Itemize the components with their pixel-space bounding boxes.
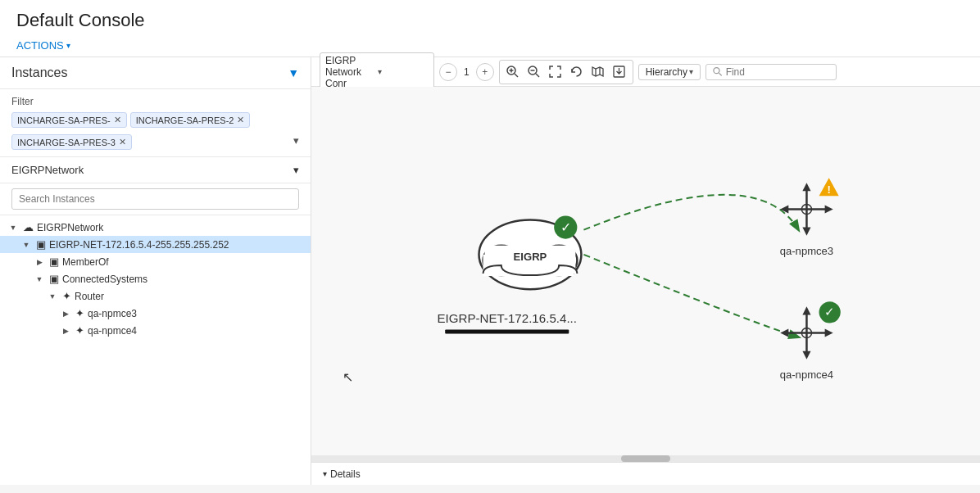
- page-controls: − 1 +: [439, 63, 494, 81]
- find-input[interactable]: [726, 66, 829, 78]
- svg-text:✓: ✓: [560, 219, 571, 234]
- filter-tags: INCHARGE-SA-PRES- ✕ INCHARGE-SA-PRES-2 ✕…: [11, 112, 299, 150]
- tree-label-qa4: qa-npmce4: [88, 325, 137, 337]
- svg-marker-36: [802, 306, 810, 314]
- diagram-selector[interactable]: EIGRP Network Conr ▾: [320, 52, 434, 92]
- svg-text:!: !: [827, 183, 830, 196]
- svg-text:qa-npmce3: qa-npmce3: [780, 245, 833, 257]
- tree-toggle-root[interactable]: ▼: [7, 224, 20, 232]
- actions-button[interactable]: ACTIONS ▾: [16, 39, 70, 52]
- hierarchy-chevron: ▾: [689, 67, 693, 76]
- file-icon-net1: ▣: [36, 238, 46, 251]
- router-icon: ✦: [62, 290, 71, 302]
- tree-node-qa3[interactable]: ▶ ✦ qa-npmce3: [0, 305, 311, 322]
- canvas-scrollbar[interactable]: [311, 455, 980, 462]
- tree-label-router: Router: [75, 291, 104, 302]
- page-number: 1: [461, 66, 473, 78]
- actions-bar: ACTIONS ▾: [0, 34, 980, 57]
- sidebar-header: Instances ▼: [0, 57, 311, 89]
- filter-expand-icon[interactable]: ▾: [293, 134, 299, 150]
- tree-area: ▼ ☁ EIGRPNetwork ▼ ▣ EIGRP-NET-172.16.5.…: [0, 215, 311, 485]
- details-chevron: ▾: [323, 469, 327, 478]
- hierarchy-selector[interactable]: Hierarchy ▾: [638, 64, 701, 80]
- svg-line-5: [536, 74, 539, 77]
- filter-tag-1-label: INCHARGE-SA-PRES-: [17, 115, 111, 125]
- actions-label: ACTIONS: [16, 39, 64, 52]
- hierarchy-label: Hierarchy: [646, 66, 687, 78]
- page-title: Default Console: [16, 10, 964, 31]
- tree-node-root[interactable]: ▼ ☁ EIGRPNetwork: [0, 219, 311, 236]
- diagram-selector-chevron: ▾: [378, 67, 429, 76]
- dropdown-chevron: ▾: [293, 164, 299, 176]
- eigrp-dropdown[interactable]: EIGRPNetwork ▾: [0, 157, 311, 183]
- export-icon: [613, 66, 625, 78]
- filter-tag-2: INCHARGE-SA-PRES-2 ✕: [130, 112, 251, 128]
- map-icon: [592, 66, 604, 78]
- svg-marker-7: [592, 67, 603, 76]
- search-input[interactable]: [11, 188, 299, 210]
- node-qa4: ✓ qa-npmce4: [780, 301, 841, 381]
- filter-row-2: INCHARGE-SA-PRES-3 ✕ ▾: [11, 134, 299, 150]
- router-icon-qa3: ✦: [75, 307, 84, 319]
- filter-label: Filter: [11, 96, 299, 107]
- filter-tag-1-remove[interactable]: ✕: [114, 115, 121, 125]
- icon-toolbar: [499, 60, 633, 84]
- filter-tag-3: INCHARGE-SA-PRES-3 ✕: [11, 134, 132, 150]
- filter-tag-3-remove[interactable]: ✕: [119, 137, 126, 147]
- svg-marker-27: [802, 228, 810, 236]
- canvas-area: EIGRP Network Conr ▾ − 1 +: [311, 57, 980, 485]
- details-label: Details: [330, 468, 361, 480]
- details-toggle[interactable]: ▾ Details: [323, 468, 361, 480]
- canvas-body[interactable]: EIGRP ✓ EIGRP-NET-172.16.5.4...: [311, 87, 980, 455]
- fit-icon: [549, 66, 561, 78]
- map-btn[interactable]: [588, 62, 608, 82]
- refresh-btn[interactable]: [567, 62, 587, 82]
- details-bar: ▾ Details: [311, 462, 980, 485]
- svg-text:EIGRP: EIGRP: [514, 251, 547, 263]
- zoom-out-btn[interactable]: [524, 62, 544, 82]
- tree-node-router[interactable]: ▼ ✦ Router: [0, 287, 311, 305]
- find-box: [706, 64, 837, 80]
- tree-node-net1[interactable]: ▼ ▣ EIGRP-NET-172.16.5.4-255.255.255.252: [0, 236, 311, 253]
- svg-marker-37: [802, 351, 810, 360]
- tree-label-connsys: ConnectedSystems: [62, 274, 147, 285]
- canvas-scrollbar-thumb: [621, 455, 670, 462]
- zoom-in-btn[interactable]: [503, 62, 523, 82]
- file-icon-connsys: ▣: [49, 273, 59, 285]
- tree-toggle-net1[interactable]: ▼: [20, 241, 33, 249]
- app-header: Default Console: [0, 0, 980, 34]
- tree-toggle-memberof[interactable]: ▶: [33, 258, 46, 266]
- page-minus-btn[interactable]: −: [439, 63, 457, 81]
- tree-toggle-connsys[interactable]: ▼: [33, 275, 46, 283]
- tree-label-memberof: MemberOf: [62, 256, 109, 268]
- svg-marker-26: [802, 183, 810, 191]
- svg-marker-29: [825, 205, 833, 213]
- find-search-icon: [713, 66, 723, 77]
- tree-node-connsys[interactable]: ▼ ▣ ConnectedSystems: [0, 270, 311, 287]
- tree-toggle-router[interactable]: ▼: [46, 292, 59, 301]
- filter-tag-3-label: INCHARGE-SA-PRES-3: [17, 138, 116, 147]
- export-btn[interactable]: [610, 62, 629, 82]
- canvas-toolbar: EIGRP Network Conr ▾ − 1 +: [311, 57, 980, 87]
- tree-node-memberof[interactable]: ▶ ▣ MemberOf: [0, 253, 311, 270]
- svg-line-1: [515, 74, 518, 77]
- svg-marker-38: [780, 329, 788, 337]
- file-icon-memberof: ▣: [49, 256, 59, 268]
- actions-chevron: ▾: [66, 41, 70, 50]
- page-plus-btn[interactable]: +: [476, 63, 494, 81]
- tree-toggle-qa3[interactable]: ▶: [59, 310, 72, 318]
- diagram-selector-label: EIGRP Network Conr: [325, 55, 376, 89]
- tree-toggle-qa4[interactable]: ▶: [59, 327, 72, 335]
- router-icon-qa4: ✦: [75, 324, 84, 337]
- tree-label-net1: EIGRP-NET-172.16.5.4-255.255.255.252: [49, 239, 229, 251]
- zoom-in-icon: [506, 66, 519, 78]
- net-label: EIGRP-NET-172.16.5.4...: [438, 311, 577, 325]
- zoom-out-icon: [528, 66, 540, 78]
- fit-btn[interactable]: [546, 62, 565, 82]
- tree-node-qa4[interactable]: ▶ ✦ qa-npmce4: [0, 322, 311, 339]
- refresh-icon: [570, 66, 583, 78]
- svg-point-12: [714, 68, 719, 74]
- filter-icon[interactable]: ▼: [288, 66, 299, 79]
- filter-tag-2-remove[interactable]: ✕: [237, 115, 244, 125]
- cloud-icon: ☁: [23, 221, 34, 233]
